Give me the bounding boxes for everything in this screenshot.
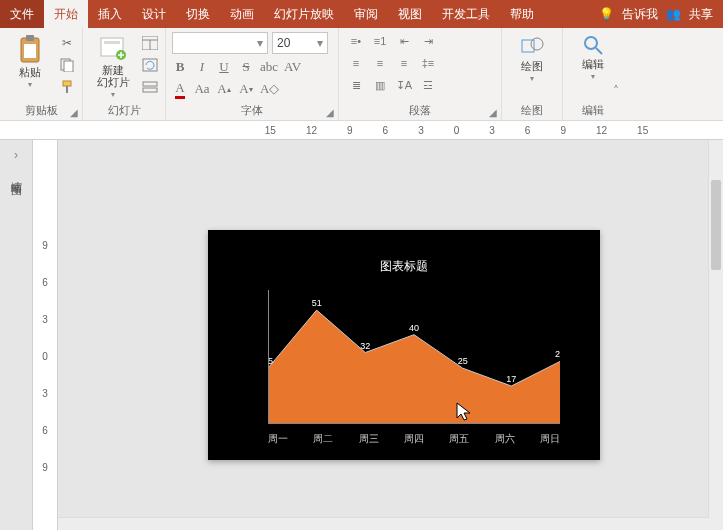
svg-text:25: 25 [458,356,468,366]
italic-button[interactable]: I [194,58,210,76]
svg-rect-8 [104,41,120,44]
clear-format-button[interactable]: A◇ [260,80,279,98]
section-button[interactable] [141,78,159,96]
font-name-combo[interactable]: ▾ [172,32,268,54]
indent-inc-button[interactable]: ⇥ [417,32,439,50]
tab-slideshow[interactable]: 幻灯片放映 [264,0,344,28]
collapse-ribbon-icon[interactable]: ˄ [613,84,619,98]
ruler-tick: 0 [42,351,48,362]
ruler-tick: 12 [306,125,317,136]
char-spacing-button[interactable]: AV [284,58,301,76]
dialog-launcher-icon[interactable]: ◢ [487,106,499,118]
slide-canvas[interactable]: 图表标题 25513240251728 周一 周二 周三 周四 周五 周六 周日 [58,140,723,530]
clipboard-icon [17,34,43,64]
ruler-tick: 6 [383,125,389,136]
tab-design[interactable]: 设计 [132,0,176,28]
svg-line-19 [596,48,602,54]
scrollbar-thumb[interactable] [711,180,721,270]
tab-transitions[interactable]: 切换 [176,0,220,28]
tab-help[interactable]: 帮助 [500,0,544,28]
align-center-button[interactable]: ≡ [369,54,391,72]
drawing-button[interactable]: 绘图 ▾ [508,32,556,85]
paste-button[interactable]: 粘贴 ▾ [6,32,54,91]
group-label-paragraph: 段落 [345,101,495,118]
format-painter-button[interactable] [58,78,76,96]
x-axis [268,423,560,424]
bullets-button[interactable]: ≡• [345,32,367,50]
font-size-combo[interactable]: 20▾ [272,32,328,54]
chart-title: 图表标题 [208,230,600,275]
tab-file[interactable]: 文件 [0,0,44,28]
shadow-button[interactable]: abc [260,58,278,76]
ruler-tick: 0 [454,125,460,136]
numbering-button[interactable]: ≡1 [369,32,391,50]
ruler-tick: 3 [42,314,48,325]
change-case-button[interactable]: Aa [194,80,210,98]
group-label-editing: 编辑 [569,101,617,118]
slide[interactable]: 图表标题 25513240251728 周一 周二 周三 周四 周五 周六 周日 [208,230,600,460]
justify-button[interactable]: ≣ [345,76,367,94]
columns-button[interactable]: ▥ [369,76,391,94]
bold-button[interactable]: B [172,58,188,76]
shrink-font-button[interactable]: A▾ [238,80,254,98]
tab-animations[interactable]: 动画 [220,0,264,28]
group-paragraph: ≡• ≡1 ⇤ ⇥ ≡ ≡ ≡ ‡≡ ≣ ▥ ↧A ☲ 段落 ◢ [339,28,502,120]
text-direction-button[interactable]: ↧A [393,76,415,94]
chevron-right-icon[interactable]: › [14,148,18,162]
scissors-icon: ✂ [62,36,72,50]
ribbon-tabs: 文件 开始 插入 设计 切换 动画 幻灯片放映 审阅 视图 开发工具 帮助 💡 … [0,0,723,28]
new-slide-label: 新建 幻灯片 [97,64,130,88]
tell-me[interactable]: 告诉我 [622,6,658,23]
dialog-launcher-icon[interactable]: ◢ [324,106,336,118]
smartart-button[interactable]: ☲ [417,76,439,94]
chevron-down-icon: ▾ [257,36,263,50]
strike-button[interactable]: S [238,58,254,76]
align-right-button[interactable]: ≡ [393,54,415,72]
scrollbar-horizontal[interactable] [58,517,709,530]
brush-icon [60,80,74,94]
tab-review[interactable]: 审阅 [344,0,388,28]
x-tick: 周六 [495,432,515,446]
align-left-button[interactable]: ≡ [345,54,367,72]
tab-dev[interactable]: 开发工具 [432,0,500,28]
group-label-clipboard: 剪贴板 [6,101,76,118]
group-label-drawing: 绘图 [508,101,556,118]
svg-rect-6 [66,86,68,93]
share-icon: 👥 [666,7,681,21]
tab-insert[interactable]: 插入 [88,0,132,28]
tab-view[interactable]: 视图 [388,0,432,28]
ribbon: 粘贴 ▾ ✂ 剪贴板 ◢ 新建 幻灯片 ▾ 幻灯片 [0,28,723,121]
thumbnail-pane-collapsed[interactable]: › 缩略图 [0,140,33,530]
scrollbar-vertical[interactable] [708,140,723,530]
line-spacing-button[interactable]: ‡≡ [417,54,439,72]
copy-button[interactable] [58,56,76,74]
x-tick: 周三 [359,432,379,446]
tab-home[interactable]: 开始 [44,0,88,28]
underline-button[interactable]: U [216,58,232,76]
ruler-tick: 9 [347,125,353,136]
area-chart: 25513240251728 [268,290,560,424]
chart-plot: 25513240251728 [268,290,560,424]
layout-button[interactable] [141,34,159,52]
x-axis-labels: 周一 周二 周三 周四 周五 周六 周日 [268,432,560,446]
editing-button[interactable]: 编辑 ▾ [569,32,617,83]
ruler-tick: 9 [42,462,48,473]
cut-button[interactable]: ✂ [58,34,76,52]
reset-icon [142,58,158,72]
indent-dec-button[interactable]: ⇤ [393,32,415,50]
share-button[interactable]: 共享 [689,6,713,23]
ruler-horizontal: 15 12 9 6 3 0 3 6 9 12 15 [0,121,723,140]
new-slide-button[interactable]: 新建 幻灯片 ▾ [89,32,137,101]
ruler-tick: 6 [42,277,48,288]
font-size-value: 20 [277,36,290,50]
ruler-tick: 3 [418,125,424,136]
font-color-button[interactable]: A [172,80,188,98]
work-area: › 缩略图 9 6 3 0 3 6 9 图表标题 25513240251728 … [0,140,723,530]
grow-font-button[interactable]: A▴ [216,80,232,98]
chevron-down-icon: ▾ [591,72,595,81]
group-label-font: 字体 [172,101,332,118]
reset-button[interactable] [141,56,159,74]
svg-rect-1 [26,35,34,41]
dialog-launcher-icon[interactable]: ◢ [68,106,80,118]
group-label-slides: 幻灯片 [89,101,159,118]
